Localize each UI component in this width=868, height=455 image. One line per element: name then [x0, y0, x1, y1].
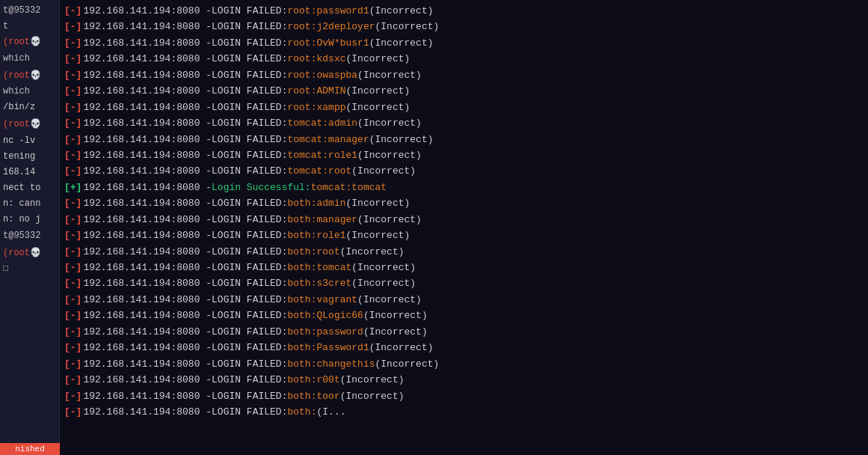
log-note: (Incorrect) [357, 67, 422, 83]
log-bracket: [-] [64, 195, 81, 211]
log-ip: 192.168.141.194:8080 - [83, 356, 212, 372]
log-line: [-] 192.168.141.194:8080 - LOGIN FAILED:… [64, 51, 864, 67]
log-ip: 192.168.141.194:8080 - [83, 51, 212, 67]
log-note: (Incorrect) [369, 3, 434, 19]
log-ip: 192.168.141.194:8080 - [83, 180, 212, 195]
log-bracket: [-] [64, 244, 81, 260]
log-note: (Incorrect) [369, 35, 434, 51]
log-note: (Incorrect) [375, 19, 440, 34]
log-credentials: tomcat:role1 [287, 147, 357, 163]
log-line: [-] 192.168.141.194:8080 - LOGIN FAILED:… [64, 372, 864, 388]
log-note: (Incorrect) [340, 372, 404, 388]
log-note: (Incorrect) [345, 100, 410, 115]
log-action: LOGIN FAILED: [212, 147, 287, 163]
log-line: [-] 192.168.141.194:8080 - LOGIN FAILED:… [64, 147, 864, 163]
log-ip: 192.168.141.194:8080 - [83, 83, 212, 99]
log-bracket: [+] [64, 180, 81, 195]
terminal-output: [-] 192.168.141.194:8080 - LOGIN FAILED:… [60, 0, 868, 455]
log-action: LOGIN FAILED: [212, 35, 287, 51]
log-action: LOGIN FAILED: [212, 260, 287, 275]
log-action: LOGIN FAILED: [212, 195, 287, 211]
log-bracket: [-] [64, 147, 81, 163]
log-credentials: both:role1 [287, 228, 345, 243]
log-credentials: both:changethis [287, 356, 375, 372]
log-note: (Incorrect) [345, 51, 410, 67]
log-line: [-] 192.168.141.194:8080 - LOGIN FAILED:… [64, 292, 864, 308]
log-ip: 192.168.141.194:8080 - [83, 292, 212, 308]
log-credentials: both:Password1 [287, 340, 369, 355]
log-note: (Incorrect) [351, 260, 416, 275]
log-note: (Incorrect) [357, 115, 422, 131]
log-ip: 192.168.141.194:8080 - [83, 324, 212, 340]
log-action: LOGIN FAILED: [212, 372, 287, 388]
log-line: [-] 192.168.141.194:8080 - LOGIN FAILED:… [64, 356, 864, 372]
log-bracket: [-] [64, 83, 81, 99]
log-bracket: [-] [64, 356, 81, 372]
log-bracket: [-] [64, 324, 81, 340]
log-line: [-] 192.168.141.194:8080 - LOGIN FAILED:… [64, 308, 864, 323]
log-action: LOGIN FAILED: [212, 19, 287, 34]
log-action: Login Successful: [212, 180, 311, 195]
log-note: (Incorrect) [363, 324, 428, 340]
log-ip: 192.168.141.194:8080 - [83, 100, 212, 115]
log-action: LOGIN FAILED: [212, 115, 287, 131]
log-credentials: both:root [287, 244, 339, 260]
log-note: (Incorrect) [357, 212, 422, 228]
log-action: LOGIN FAILED: [212, 163, 287, 179]
log-ip: 192.168.141.194:8080 - [83, 372, 212, 388]
log-action: LOGIN FAILED: [212, 3, 287, 19]
log-line: [-] 192.168.141.194:8080 - LOGIN FAILED:… [64, 388, 864, 404]
log-action: LOGIN FAILED: [212, 51, 287, 67]
log-action: LOGIN FAILED: [212, 404, 287, 420]
log-credentials: root:owaspba [287, 67, 357, 83]
log-note: (Incorrect) [351, 163, 416, 179]
sidebar-line: which [0, 84, 59, 100]
log-line: [-] 192.168.141.194:8080 - LOGIN FAILED:… [64, 115, 864, 131]
log-line: [-] 192.168.141.194:8080 - LOGIN FAILED:… [64, 244, 864, 260]
log-ip: 192.168.141.194:8080 - [83, 308, 212, 323]
log-ip: 192.168.141.194:8080 - [83, 404, 212, 420]
log-bracket: [-] [64, 228, 81, 243]
log-note: (Incorrect) [340, 388, 404, 404]
log-ip: 192.168.141.194:8080 - [83, 3, 212, 19]
log-note: (Incorrect) [357, 147, 422, 163]
log-line: [-] 192.168.141.194:8080 - LOGIN FAILED:… [64, 100, 864, 115]
log-line: [-] 192.168.141.194:8080 - LOGIN FAILED:… [64, 275, 864, 291]
log-bracket: [-] [64, 388, 81, 404]
log-ip: 192.168.141.194:8080 - [83, 35, 212, 51]
log-credentials: both:admin [287, 195, 345, 211]
log-credentials: both: [287, 404, 316, 420]
log-bracket: [-] [64, 260, 81, 275]
log-line: [-] 192.168.141.194:8080 - LOGIN FAILED:… [64, 195, 864, 211]
sidebar-line: nect to [0, 180, 59, 196]
log-bracket: [-] [64, 19, 81, 34]
log-action: LOGIN FAILED: [212, 83, 287, 99]
log-credentials: root:password1 [287, 3, 369, 19]
log-bracket: [-] [64, 51, 81, 67]
log-bracket: [-] [64, 292, 81, 308]
sidebar-panel: t@95332t(root💀which(root💀which/bin/z(roo… [0, 0, 60, 455]
log-action: LOGIN FAILED: [212, 356, 287, 372]
sidebar-line: (root💀 [0, 34, 59, 50]
log-ip: 192.168.141.194:8080 - [83, 244, 212, 260]
sidebar-line: t@95332 [0, 228, 59, 244]
sidebar-line: □ [0, 261, 59, 277]
log-ip: 192.168.141.194:8080 - [83, 115, 212, 131]
log-ip: 192.168.141.194:8080 - [83, 132, 212, 147]
log-line: [-] 192.168.141.194:8080 - LOGIN FAILED:… [64, 35, 864, 51]
log-bracket: [-] [64, 404, 81, 420]
log-action: LOGIN FAILED: [212, 275, 287, 291]
log-credentials: both:vagrant [287, 292, 357, 308]
log-note: (Incorrect) [345, 83, 410, 99]
log-action: LOGIN FAILED: [212, 292, 287, 308]
log-credentials: root:xampp [287, 100, 345, 115]
log-note: (Incorrect) [369, 132, 434, 147]
log-bracket: [-] [64, 100, 81, 115]
sidebar-line: t@95332 [0, 3, 59, 19]
log-bracket: [-] [64, 275, 81, 291]
log-ip: 192.168.141.194:8080 - [83, 228, 212, 243]
sidebar-line: (root💀 [0, 117, 59, 132]
log-line: [+] 192.168.141.194:8080 - Login Success… [64, 180, 864, 195]
log-credentials: root:j2deployer [287, 19, 375, 34]
log-ip: 192.168.141.194:8080 - [83, 19, 212, 34]
